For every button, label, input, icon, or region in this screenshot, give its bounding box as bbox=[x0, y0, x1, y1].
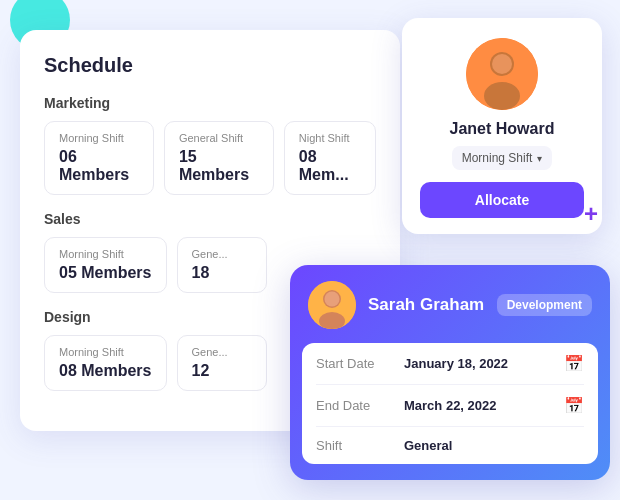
start-date-label: Start Date bbox=[316, 356, 396, 371]
end-date-value: March 22, 2022 bbox=[404, 398, 556, 413]
shift-label: General Shift bbox=[179, 132, 259, 144]
shift-label: Morning Shift bbox=[59, 132, 139, 144]
calendar-icon: 📅 bbox=[564, 396, 584, 415]
detail-name: Sarah Graham bbox=[368, 295, 485, 315]
allocate-button[interactable]: Allocate bbox=[420, 182, 584, 218]
avatar bbox=[466, 38, 538, 110]
shift-value: 06 Members bbox=[59, 148, 139, 184]
shift-box: Morning Shift 08 Members bbox=[44, 335, 167, 391]
shift-box: General Shift 15 Members bbox=[164, 121, 274, 195]
schedule-title: Schedule bbox=[44, 54, 376, 77]
plus-icon: + bbox=[584, 200, 598, 228]
detail-card: Sarah Graham Development Start Date Janu… bbox=[290, 265, 610, 480]
chevron-down-icon: ▾ bbox=[537, 153, 542, 164]
shift-label: Night Shift bbox=[299, 132, 361, 144]
start-date-value: January 18, 2022 bbox=[404, 356, 556, 371]
detail-body: Start Date January 18, 2022 📅 End Date M… bbox=[302, 343, 598, 464]
svg-point-7 bbox=[325, 292, 340, 307]
shift-label: Gene... bbox=[192, 346, 252, 358]
section-label-marketing: Marketing bbox=[44, 95, 376, 111]
svg-point-2 bbox=[484, 82, 520, 110]
shift-box: Morning Shift 06 Members bbox=[44, 121, 154, 195]
detail-header: Sarah Graham Development bbox=[290, 265, 610, 343]
detail-badge: Development bbox=[497, 294, 592, 316]
shift-selector[interactable]: Morning Shift ▾ bbox=[452, 146, 553, 170]
shift-box: Morning Shift 05 Members bbox=[44, 237, 167, 293]
detail-row-end: End Date March 22, 2022 📅 bbox=[316, 385, 584, 427]
shift-box: Gene... 18 bbox=[177, 237, 267, 293]
marketing-shift-row: Morning Shift 06 Members General Shift 1… bbox=[44, 121, 376, 195]
profile-name: Janet Howard bbox=[450, 120, 555, 138]
shift-label: Gene... bbox=[192, 248, 252, 260]
profile-card: Janet Howard Morning Shift ▾ Allocate bbox=[402, 18, 602, 234]
shift-value: 05 Members bbox=[59, 264, 152, 282]
shift-box: Night Shift 08 Mem... bbox=[284, 121, 376, 195]
avatar bbox=[308, 281, 356, 329]
section-label-sales: Sales bbox=[44, 211, 376, 227]
detail-row-start: Start Date January 18, 2022 📅 bbox=[316, 343, 584, 385]
shift-value: General bbox=[404, 438, 584, 453]
end-date-label: End Date bbox=[316, 398, 396, 413]
shift-value: 18 bbox=[192, 264, 252, 282]
shift-value: 08 Members bbox=[59, 362, 152, 380]
shift-value: 12 bbox=[192, 362, 252, 380]
shift-value: 08 Mem... bbox=[299, 148, 361, 184]
svg-point-3 bbox=[492, 54, 512, 74]
detail-row-shift: Shift General bbox=[316, 427, 584, 464]
shift-selector-label: Morning Shift bbox=[462, 151, 533, 165]
shift-box: Gene... 12 bbox=[177, 335, 267, 391]
shift-value: 15 Members bbox=[179, 148, 259, 184]
shift-label: Morning Shift bbox=[59, 346, 152, 358]
section-marketing: Marketing Morning Shift 06 Members Gener… bbox=[44, 95, 376, 195]
shift-label: Shift bbox=[316, 438, 396, 453]
shift-label: Morning Shift bbox=[59, 248, 152, 260]
calendar-icon: 📅 bbox=[564, 354, 584, 373]
